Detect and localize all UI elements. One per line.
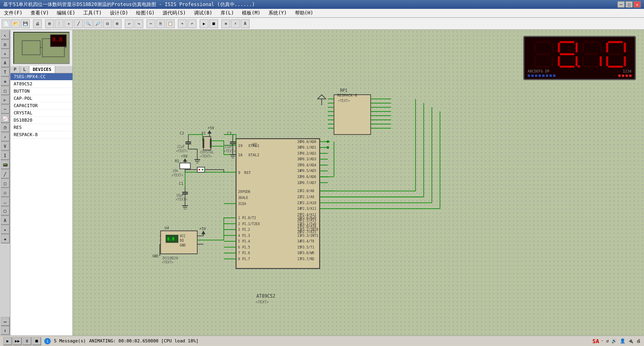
svg-text:EA: EA [242,202,246,206]
svg-rect-190 [180,163,190,169]
cut-button[interactable]: ✂ [147,19,155,28]
left-panel: 8.8 P L DEVICES 7SEG:MPX4:CC AT89C52 BUT… [10,30,73,336]
pan-toggle[interactable]: ↕ [1,326,10,335]
device-item-button[interactable]: BUTTON [10,88,72,95]
current-probe-tool[interactable]: I [1,151,10,160]
stop-button[interactable]: ⏹ [209,19,218,28]
tab-devices[interactable]: DEVICES [29,66,55,73]
close-button[interactable]: ✕ [634,1,641,8]
zoom-toggle[interactable]: ⟷ [1,317,10,326]
svg-text:P3.5/T1: P3.5/T1 [301,245,314,249]
svg-text:0.0: 0.0 [167,236,174,241]
zoom-out-button[interactable]: 🔎 [93,19,102,28]
svg-text:P0.1/AD1: P0.1/AD1 [301,145,316,149]
marker-tool[interactable]: ✚ [1,234,10,243]
device-item-at89c52[interactable]: AT89C52 [10,81,72,88]
annotate-button[interactable]: A [241,19,250,28]
device-tabs[interactable]: P L DEVICES [10,66,72,73]
zoom-select-button[interactable]: ⊞ [113,19,122,28]
svg-marker-222 [201,231,205,234]
box-tool[interactable]: □ [1,179,10,188]
copy-button[interactable]: ⎘ [156,19,165,28]
virtual-instrument-tool[interactable]: 📟 [1,160,10,169]
component-tool[interactable]: ⊡ [1,40,10,49]
run-button[interactable]: ▶ [200,19,208,28]
step-button[interactable]: ▶▶ [13,337,22,345]
tab-p[interactable]: P [10,66,20,73]
netlist-button[interactable]: ≡ [221,19,230,28]
new-button[interactable]: 📄 [2,19,10,28]
play-button[interactable]: ▶ [3,337,12,345]
polygon-tool[interactable]: ⬡ [1,207,10,215]
device-item-res[interactable]: RES [10,124,72,131]
component-button[interactable]: ⊞ [45,19,54,28]
device-item-capacitor[interactable]: CAPACITOR [10,102,72,110]
menu-library[interactable]: 库(L) [218,9,237,17]
svg-text:3: 3 [238,228,240,232]
rotate-cw-button[interactable]: ↷ [178,19,187,28]
svg-text:P1.3: P1.3 [242,234,250,238]
svg-text:P1.0/T2: P1.0/T2 [242,216,256,220]
menu-edit[interactable]: 编辑(E) [54,9,78,17]
symbol-tool[interactable]: ✦ [1,225,10,234]
wire-button[interactable]: ╱ [74,19,83,28]
paste-button[interactable]: 📋 [166,19,175,28]
terminal-tool[interactable]: ⊢ [1,95,10,104]
generator-tool[interactable]: ⚡ [1,133,10,141]
device-pin-tool[interactable]: ─ [1,105,10,114]
junction-tool[interactable]: ✛ [1,49,10,58]
menu-design[interactable]: 设计(D) [107,9,131,17]
undo-button[interactable]: ↩ [125,19,134,28]
svg-text:P2.3/A11: P2.3/A11 [301,207,316,211]
graph-tool[interactable]: 📈 [1,114,10,123]
text-tool[interactable]: T [1,68,10,77]
pause-button[interactable]: ⏸ [23,337,31,345]
svg-text:12: 12 [297,228,301,232]
menu-help[interactable]: 帮助(H) [293,9,316,17]
menu-source[interactable]: 源代码(S) [160,9,188,17]
menu-tools[interactable]: 工具(T) [81,9,104,17]
circle-tool[interactable]: ○ [1,188,10,197]
menu-draw[interactable]: 绘图(G) [134,9,157,17]
power-button[interactable]: ⚡ [231,19,240,28]
save-button[interactable]: 💾 [21,19,30,28]
arc-tool[interactable]: ◡ [1,197,10,206]
bus-tool[interactable]: ≡ [1,77,10,86]
rotate-ccw-button[interactable]: ↶ [188,19,196,28]
wire-label-tool[interactable]: A [1,58,10,67]
maximize-button[interactable]: □ [625,1,633,8]
menu-view[interactable]: 查看(V) [28,9,52,17]
voltage-probe-tool[interactable]: V [1,142,10,151]
line-tool[interactable]: ╱ [1,170,10,178]
menu-system[interactable]: 系统(Y) [266,9,289,17]
zoom-fit-button[interactable]: ⊡ [103,19,112,28]
tape-tool[interactable]: ⏱ [1,123,10,132]
device-item-ds18b20[interactable]: DS18B20 [10,117,72,124]
canvas-area[interactable]: ABCDEFG DP 1234 [73,30,644,336]
text-label-tool[interactable]: A [1,216,10,225]
svg-text:<TEXT>: <TEXT> [338,99,350,103]
tab-l[interactable]: L [20,66,30,73]
title-bar: 基于51单片机四位一体数码管显示DS18B20测温的Proteus仿真电路图 -… [0,0,644,9]
subcircuit-tool[interactable]: □ [1,86,10,95]
device-item-respack8[interactable]: RESPACK-8 [10,131,72,139]
stop-button[interactable]: ⏹ [32,337,41,345]
svg-text:P1.1/T2EX: P1.1/T2EX [242,222,260,226]
cross-button[interactable]: ✛ [64,19,73,28]
device-item-cap-pol[interactable]: CAP-POL [10,95,72,102]
menu-file[interactable]: 文件(F) [2,9,25,17]
play-controls[interactable]: ▶ ▶▶ ⏸ ⏹ [3,337,41,345]
zoom-in-button[interactable]: 🔍 [84,19,93,28]
menu-debug[interactable]: 调试(B) [192,9,215,17]
svg-text:<TEXT>: <TEXT> [256,300,269,304]
print-button[interactable]: 🖨 [33,19,42,28]
grid-button[interactable]: ⋮ [55,19,64,28]
minimize-button[interactable]: ─ [617,1,625,8]
menu-template[interactable]: 模板(M) [239,9,263,17]
redo-button[interactable]: ↪ [134,19,143,28]
window-controls[interactable]: ─ □ ✕ [617,1,641,8]
device-item-7seg[interactable]: 7SEG:MPX4:CC [10,73,72,81]
device-item-crystal[interactable]: CRYSTAL [10,110,72,117]
select-tool[interactable]: ↖ [1,31,10,39]
open-button[interactable]: 📂 [11,19,20,28]
